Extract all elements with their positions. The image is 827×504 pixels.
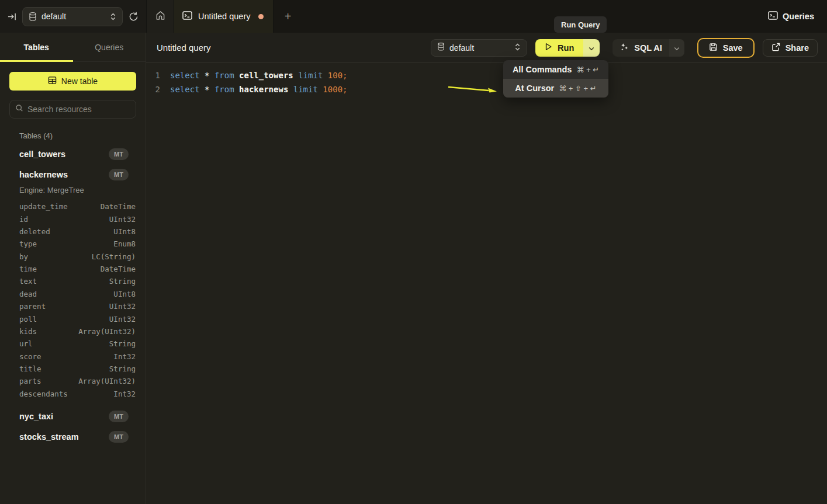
column-name: by <box>19 252 28 261</box>
hackernews-columns: update_time DateTime id UInt32 deleted U… <box>10 200 136 400</box>
chevron-updown-icon <box>514 43 521 53</box>
query-title: Untitled query <box>157 43 211 53</box>
column-row[interactable]: update_time DateTime <box>10 200 136 213</box>
search-icon <box>15 104 23 114</box>
sidebar-tab-tables[interactable]: Tables <box>0 33 73 61</box>
column-type: Array(UInt32) <box>78 377 136 385</box>
column-row[interactable]: score Int32 <box>10 350 136 363</box>
column-name: poll <box>19 315 37 324</box>
unsaved-changes-dot <box>258 14 264 19</box>
queries-label: Queries <box>783 12 814 21</box>
column-row[interactable]: parent UInt32 <box>10 300 136 312</box>
app-window: default Untitled query + <box>0 0 827 504</box>
column-row[interactable]: url String <box>10 338 136 350</box>
engine-badge: MT <box>109 411 129 422</box>
top-bar: default Untitled query + <box>0 0 827 33</box>
new-table-label: New table <box>61 77 98 86</box>
column-type: UInt8 <box>113 227 136 236</box>
sql-editor[interactable]: 1 select * from cell_towers limit 100; 2… <box>146 63 827 96</box>
run-button[interactable]: Run <box>535 39 583 57</box>
column-row[interactable]: text String <box>10 275 136 287</box>
column-row[interactable]: poll UInt32 <box>10 312 136 325</box>
sidebar-tabs: Tables Queries <box>0 33 146 62</box>
run-options-menu: All Commands ⌘ + ↵ At Cursor ⌘ + ⇧ + ↵ <box>503 60 608 98</box>
save-icon <box>709 43 718 53</box>
share-label: Share <box>786 43 809 53</box>
column-name: deleted <box>19 227 50 236</box>
terminal-icon <box>182 11 192 22</box>
table-name: nyc_taxi <box>19 412 53 421</box>
column-type: Array(UInt32) <box>78 327 136 336</box>
run-button-group: Run <box>535 39 600 57</box>
column-type: DateTime <box>101 202 136 211</box>
menu-item-shortcut: ⌘ + ⇧ + ↵ <box>559 84 596 93</box>
run-label: Run <box>558 43 574 53</box>
save-button[interactable]: Save <box>697 38 755 58</box>
column-row[interactable]: time DateTime <box>10 263 136 275</box>
column-type: LC(String) <box>92 252 136 261</box>
sidebar-tab-queries[interactable]: Queries <box>73 33 146 61</box>
database-icon <box>29 12 37 21</box>
column-row[interactable]: descendants Int32 <box>10 388 136 400</box>
save-label: Save <box>723 43 743 53</box>
queries-button[interactable]: Queries <box>762 0 827 33</box>
run-options-button[interactable] <box>583 39 600 57</box>
table-row-cell-towers[interactable]: cell_towers MT <box>10 145 136 164</box>
column-type: String <box>109 339 136 348</box>
column-row[interactable]: deleted UInt8 <box>10 225 136 238</box>
column-name: title <box>19 364 41 373</box>
content-area: Untitled query default Run <box>146 33 827 504</box>
main-area: Tables Queries New table Tables (4) cell… <box>0 33 827 504</box>
collapse-sidebar-icon[interactable] <box>8 12 16 21</box>
code-line: 1 select * from cell_towers limit 100; <box>146 68 827 82</box>
column-type: Enum8 <box>113 239 136 248</box>
refresh-icon[interactable] <box>129 12 139 22</box>
line-code: select * from hackernews limit 1000; <box>160 85 348 94</box>
sql-ai-options-button[interactable] <box>669 39 684 57</box>
table-row-hackernews[interactable]: hackernews MT <box>10 165 136 184</box>
new-table-button[interactable]: New table <box>9 72 136 91</box>
line-number: 2 <box>146 85 160 94</box>
menu-item-label: At Cursor <box>515 84 554 93</box>
column-name: dead <box>19 290 37 298</box>
chevron-down-icon <box>674 43 680 53</box>
toolbar-database-select[interactable]: default <box>431 39 527 57</box>
column-row[interactable]: by LC(String) <box>10 251 136 263</box>
new-tab-button[interactable]: + <box>274 0 302 33</box>
column-row[interactable]: type Enum8 <box>10 238 136 250</box>
column-type: UInt8 <box>113 290 136 298</box>
column-type: DateTime <box>101 265 136 273</box>
share-button[interactable]: Share <box>763 39 818 57</box>
table-row-stocks-stream[interactable]: stocks_stream MT <box>10 427 136 446</box>
table-row-nyc-taxi[interactable]: nyc_taxi MT <box>10 407 136 426</box>
column-row[interactable]: dead UInt8 <box>10 288 136 300</box>
engine-label: Engine: MergeTree <box>19 186 136 194</box>
tables-section-title: Tables (4) <box>19 131 136 140</box>
menu-item-at-cursor[interactable]: At Cursor ⌘ + ⇧ + ↵ <box>503 79 608 98</box>
search-resources-input[interactable] <box>27 105 130 114</box>
column-row[interactable]: kids Array(UInt32) <box>10 325 136 338</box>
engine-badge: MT <box>109 148 129 160</box>
table-grid-icon <box>48 76 57 86</box>
table-name: hackernews <box>19 170 68 179</box>
column-name: update_time <box>19 202 68 211</box>
sql-ai-button[interactable]: SQL AI <box>613 39 669 57</box>
column-row[interactable]: id UInt32 <box>10 213 136 225</box>
home-tab[interactable] <box>146 0 174 33</box>
topbar-database-select[interactable]: default <box>22 7 123 26</box>
sql-ai-label: SQL AI <box>634 43 662 53</box>
column-row[interactable]: title String <box>10 363 136 375</box>
column-name: kids <box>19 327 37 336</box>
table-name: cell_towers <box>19 150 65 159</box>
engine-badge: MT <box>109 431 129 443</box>
query-tab[interactable]: Untitled query <box>174 0 274 33</box>
menu-item-all-commands[interactable]: All Commands ⌘ + ↵ <box>503 60 608 79</box>
chevron-down-icon <box>589 43 594 53</box>
column-type: String <box>109 364 136 373</box>
table-name: stocks_stream <box>19 432 79 442</box>
queries-icon <box>768 11 778 22</box>
engine-badge: MT <box>109 169 129 180</box>
column-row[interactable]: parts Array(UInt32) <box>10 375 136 387</box>
topbar-database-value: default <box>41 12 105 21</box>
column-type: UInt32 <box>109 215 136 224</box>
